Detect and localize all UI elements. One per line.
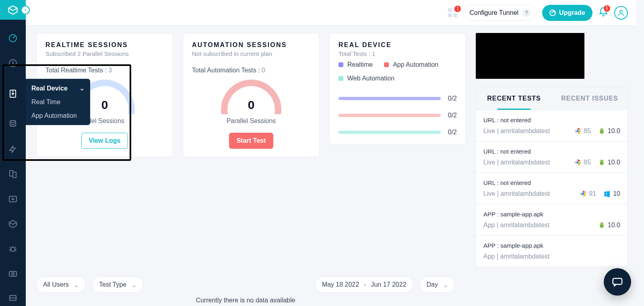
profile-button[interactable]	[614, 6, 628, 20]
upgrade-label: Upgrade	[559, 9, 585, 16]
card-title: AUTOMATION SESSIONS	[192, 41, 310, 49]
test-title: APP : sample-app.apk	[483, 211, 620, 218]
totals-value: 3	[108, 67, 112, 74]
svg-point-18	[576, 161, 579, 164]
flyout-item-app-automation[interactable]: App Automation	[31, 112, 85, 119]
svg-rect-9	[9, 196, 17, 202]
nav-automation[interactable]	[0, 56, 26, 70]
svg-point-20	[582, 193, 584, 195]
apps-badge: 1	[454, 6, 461, 12]
legend: Realtime App Automation Web Automation	[339, 61, 457, 82]
nav-dashboard[interactable]	[0, 31, 26, 45]
os-chip: 10.0	[598, 222, 620, 229]
bar-app-automation	[339, 114, 441, 117]
svg-point-5	[11, 122, 12, 123]
promo-banner	[476, 33, 584, 79]
chat-button[interactable]	[604, 268, 631, 296]
tab-recent-tests[interactable]: RECENT TESTS	[476, 87, 552, 110]
test-row[interactable]: URL : not entered Live | amritalambdates…	[476, 142, 627, 173]
card-subtitle: Total Tests : 1	[339, 50, 457, 57]
test-subtitle: App | amritalambdatest	[483, 222, 549, 229]
right-column: RECENT TESTS RECENT ISSUES URL : not ent…	[476, 33, 628, 267]
totals-value: 0	[262, 67, 265, 74]
totals-label: Total Realtime Tests :	[45, 67, 107, 74]
test-row[interactable]: URL : not entered Live | amritalambdates…	[476, 110, 627, 142]
chevron-down-icon: ⌄	[131, 281, 136, 289]
svg-rect-7	[10, 170, 13, 176]
tab-recent-issues[interactable]: RECENT ISSUES	[552, 87, 627, 110]
date-range[interactable]: May 18 2022 - Jun 17 2022	[315, 277, 413, 293]
svg-point-11	[11, 247, 15, 251]
legend-swatch-app-automation	[384, 62, 389, 67]
nav-real-device[interactable]	[0, 81, 26, 107]
nav-screenshots[interactable]	[0, 267, 26, 281]
card-real-device: REAL DEVICE Total Tests : 1 Realtime App…	[329, 33, 466, 144]
svg-rect-4	[10, 121, 16, 126]
flyout-title: Real Device	[31, 85, 68, 92]
os-chip: 10.0	[598, 127, 620, 135]
test-title: URL : not entered	[483, 148, 620, 155]
view-logs-button[interactable]: View Logs	[81, 133, 128, 149]
bar-fraction: 0/2	[448, 129, 457, 136]
help-icon[interactable]: ?	[522, 9, 530, 17]
test-row[interactable]: APP : sample-app.apk App | amritalambdat…	[476, 204, 627, 236]
chart: Currently there is no data available 20 …	[36, 297, 455, 306]
test-title: APP : sample-app.apk	[483, 242, 620, 249]
bar-realtime	[339, 97, 441, 100]
notifications-button[interactable]: 5	[598, 7, 609, 19]
select-users[interactable]: All Users⌄	[36, 277, 86, 293]
gauge-value: 0	[221, 98, 281, 112]
tabs: RECENT TESTS RECENT ISSUES	[476, 87, 628, 110]
os-chip: 10.0	[598, 159, 620, 166]
chevron-down-icon[interactable]: ⌄	[79, 84, 85, 92]
sidebar-expand-icon[interactable]	[21, 6, 30, 14]
test-row[interactable]: URL : not entered Live | amritalambdates…	[476, 173, 627, 204]
card-automation-sessions: AUTOMATION SESSIONS Not subscribed in cu…	[183, 33, 320, 157]
top-bar: 1 Configure Tunnel ? Upgrade 5	[26, 0, 636, 26]
svg-point-6	[14, 122, 14, 123]
nav-bugs[interactable]	[0, 242, 26, 256]
content: REALTIME SESSIONS Subscribed 2 Parallel …	[26, 26, 636, 306]
browser-chip: 85	[574, 127, 591, 135]
test-title: URL : not entered	[483, 179, 620, 186]
svg-point-0	[620, 10, 623, 13]
nav-analytics[interactable]	[0, 142, 26, 156]
nav-logs[interactable]	[0, 167, 26, 181]
brand-logo[interactable]	[0, 0, 26, 20]
test-subtitle: Live | amritalambdatest	[483, 127, 550, 135]
os-chip: 10	[603, 190, 620, 197]
svg-point-16	[576, 130, 579, 132]
select-test-type[interactable]: Test Type⌄	[92, 277, 143, 293]
gauge-automation: 0	[221, 80, 281, 114]
notifications-badge: 5	[604, 5, 610, 12]
configure-tunnel-button[interactable]: Configure Tunnel ?	[463, 5, 537, 21]
apps-icon[interactable]: 1	[448, 8, 458, 18]
sidebar-flyout-real-device: Real Device ⌄ Real Time App Automation	[26, 79, 90, 125]
card-title: REAL DEVICE	[339, 41, 457, 49]
chevron-down-icon: ⌄	[74, 281, 79, 289]
nav-more[interactable]	[0, 292, 26, 306]
select-granularity[interactable]: Day⌄	[420, 277, 455, 293]
svg-rect-12	[9, 271, 17, 276]
nav-visual[interactable]	[0, 192, 26, 206]
flyout-item-real-time[interactable]: Real Time	[31, 99, 85, 106]
nav-integrations[interactable]	[0, 217, 26, 231]
upgrade-icon	[549, 10, 556, 16]
totals-label: Total Automation Tests :	[192, 67, 260, 74]
gauge-label: Parallel Sessions	[227, 117, 276, 125]
start-test-button[interactable]: Start Test	[229, 133, 274, 149]
bar-web-automation	[339, 131, 441, 134]
svg-point-13	[12, 273, 14, 275]
sidebar	[0, 0, 26, 306]
filters: All Users⌄ Test Type⌄ May 18 2022 - Jun …	[36, 277, 455, 293]
card-title: REALTIME SESSIONS	[45, 41, 164, 49]
upgrade-button[interactable]: Upgrade	[542, 5, 592, 21]
legend-swatch-realtime	[339, 62, 343, 67]
browser-chip: 85	[574, 159, 591, 166]
nav-hyper-execute[interactable]	[0, 117, 26, 131]
browser-chip: 91	[579, 190, 596, 197]
card-subtitle: Subscribed 2 Parallel Sessions	[45, 50, 164, 57]
card-subtitle: Not subscribed in current plan	[192, 50, 310, 57]
test-row[interactable]: APP : sample-app.apk App | amritalambdat…	[476, 236, 627, 267]
test-subtitle: Live | amritalambdatest	[483, 190, 550, 197]
